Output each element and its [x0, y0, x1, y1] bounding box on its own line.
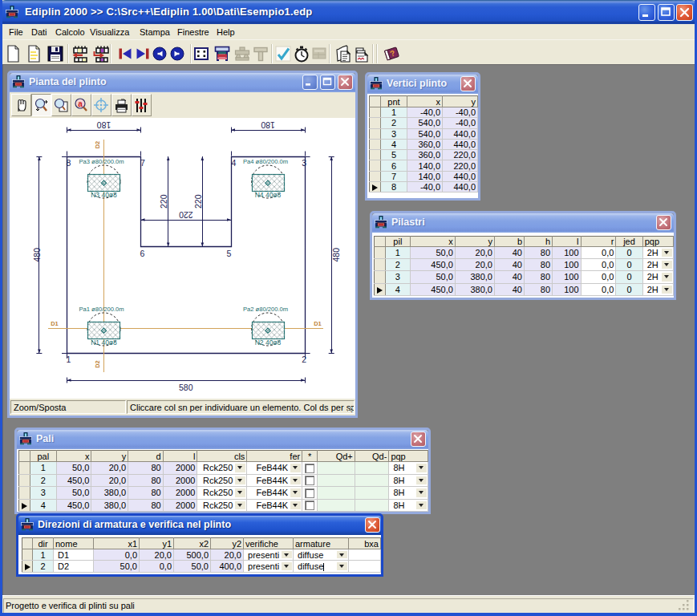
svg-text:D1: D1 — [314, 320, 322, 327]
svg-text:N1 40ø8: N1 40ø8 — [91, 338, 117, 346]
svg-text:D2: D2 — [94, 141, 101, 149]
svg-text:5: 5 — [227, 249, 232, 258]
svg-text:8: 8 — [67, 158, 71, 168]
svg-text:Pa4 ø80/200.0m: Pa4 ø80/200.0m — [243, 158, 288, 165]
svg-text:180: 180 — [261, 120, 275, 130]
svg-text:480: 480 — [331, 248, 341, 262]
svg-text:Pa1 ø80/200.0m: Pa1 ø80/200.0m — [79, 306, 124, 313]
svg-text:1: 1 — [67, 355, 71, 364]
svg-text:a: a — [78, 99, 83, 108]
svg-text:D2: D2 — [94, 360, 101, 368]
svg-text:220: 220 — [179, 210, 193, 220]
svg-text:220: 220 — [193, 194, 203, 209]
svg-text:3: 3 — [302, 158, 306, 168]
svg-text:N2 40ø8: N2 40ø8 — [255, 338, 282, 346]
svg-text:180: 180 — [97, 120, 111, 130]
svg-text:220: 220 — [160, 194, 169, 209]
svg-text:N4 40ø8: N4 40ø8 — [255, 191, 282, 199]
svg-text:Pa2 ø80/200.0m: Pa2 ø80/200.0m — [243, 306, 288, 313]
svg-text:N3 40ø8: N3 40ø8 — [91, 191, 117, 199]
svg-text:480: 480 — [32, 248, 42, 262]
svg-text:Pa3 ø80/200.0m: Pa3 ø80/200.0m — [79, 158, 124, 165]
svg-text:2: 2 — [302, 355, 306, 364]
svg-text:D1: D1 — [51, 320, 59, 327]
svg-text:7: 7 — [140, 158, 145, 168]
svg-text:6: 6 — [140, 249, 145, 258]
svg-text:580: 580 — [179, 383, 193, 392]
svg-text:4: 4 — [232, 158, 237, 168]
